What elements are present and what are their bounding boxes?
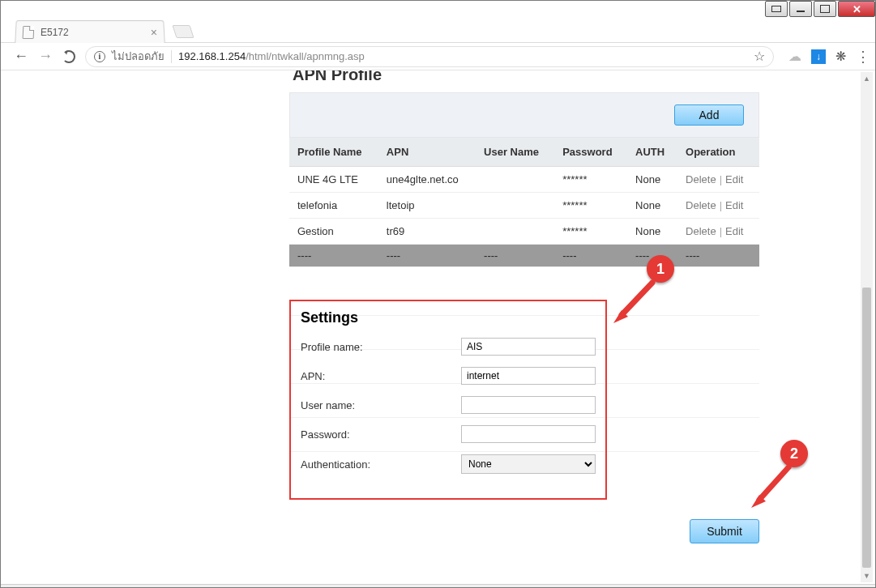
- edit-link[interactable]: Edit: [725, 173, 743, 185]
- apn-label: APN:: [301, 370, 461, 382]
- cell-apn: ltetoip: [378, 193, 476, 219]
- browser-tab-strip: E5172 ×: [1, 19, 875, 43]
- cell-pass: ******: [554, 167, 627, 193]
- cell-operation: Delete|Edit: [677, 193, 759, 219]
- cell-profile: Gestion: [289, 219, 378, 245]
- cell-auth: None: [627, 193, 677, 219]
- add-button[interactable]: Add: [674, 104, 744, 126]
- reload-button[interactable]: [62, 50, 75, 63]
- col-auth: AUTH: [627, 138, 677, 167]
- cell-user: [476, 219, 554, 245]
- callout-arrow-1: [610, 278, 659, 326]
- user-name-label: User name:: [301, 399, 461, 411]
- bookmark-star-icon[interactable]: ☆: [754, 49, 765, 64]
- apn-input[interactable]: [461, 367, 596, 385]
- col-apn: APN: [378, 138, 476, 167]
- os-restore-small-button[interactable]: [765, 1, 788, 17]
- cell-operation: Delete|Edit: [677, 219, 759, 245]
- window-bottom-edge: [1, 584, 875, 587]
- settings-title: Settings: [301, 309, 596, 326]
- cell-user: [476, 167, 554, 193]
- table-row: telefonialtetoip******NoneDelete|Edit: [289, 193, 759, 219]
- cell-profile: UNE 4G LTE: [289, 167, 378, 193]
- authentication-select[interactable]: None: [461, 454, 596, 474]
- site-info-icon[interactable]: i: [94, 51, 105, 62]
- user-name-input[interactable]: [461, 396, 596, 414]
- table-row: UNE 4G LTEune4glte.net.co******NoneDelet…: [289, 167, 759, 193]
- scroll-down-icon[interactable]: ▼: [861, 569, 873, 582]
- browser-tab[interactable]: E5172 ×: [15, 20, 165, 43]
- browser-toolbar: ← → i ไม่ปลอดภัย 192.168.1.254/html/ntwk…: [1, 43, 875, 70]
- tab-close-icon[interactable]: ×: [151, 27, 158, 38]
- not-secure-label: ไม่ปลอดภัย: [112, 48, 165, 65]
- delete-link[interactable]: Delete: [686, 173, 716, 185]
- cell-auth: None: [627, 219, 677, 245]
- cell-pass: ******: [554, 193, 627, 219]
- download-extension-icon[interactable]: ↓: [811, 49, 826, 64]
- scroll-thumb[interactable]: [862, 288, 871, 568]
- cell-user: [476, 193, 554, 219]
- os-minimize-button[interactable]: [789, 1, 812, 17]
- cloud-extension-icon[interactable]: ☁: [788, 49, 801, 64]
- os-maximize-button[interactable]: [814, 1, 836, 17]
- col-profile: Profile Name: [289, 138, 378, 167]
- extension-icon[interactable]: ❋: [835, 49, 846, 64]
- cell-auth: None: [627, 167, 677, 193]
- browser-menu-button[interactable]: ⋮: [856, 48, 869, 66]
- callout-arrow-2: [746, 462, 795, 511]
- submit-button[interactable]: Submit: [690, 519, 759, 543]
- section-title: APN Profile: [289, 70, 759, 92]
- page-favicon-icon: [23, 26, 35, 39]
- edit-link[interactable]: Edit: [725, 199, 743, 211]
- os-close-button[interactable]: ✕: [838, 1, 875, 17]
- cell-apn: une4glte.net.co: [378, 167, 476, 193]
- cell-apn: tr69: [378, 219, 476, 245]
- col-operation: Operation: [677, 138, 759, 167]
- divider: [171, 50, 172, 63]
- table-row: Gestiontr69******NoneDelete|Edit: [289, 219, 759, 245]
- forward-button: →: [38, 48, 53, 65]
- url-text: 192.168.1.254/html/ntwkall/apnmng.asp: [178, 50, 365, 62]
- delete-link[interactable]: Delete: [686, 199, 716, 211]
- page-viewport: APN Profile Add Profile Name APN User Na…: [1, 70, 875, 584]
- col-pass: Password: [554, 138, 627, 167]
- tab-title: E5172: [41, 27, 69, 38]
- scroll-up-icon[interactable]: ▲: [861, 72, 873, 85]
- add-button-row: Add: [289, 92, 759, 138]
- address-bar[interactable]: i ไม่ปลอดภัย 192.168.1.254/html/ntwkall/…: [85, 46, 774, 67]
- settings-panel: Settings Profile name: APN: User name: P…: [289, 300, 607, 500]
- profile-name-input[interactable]: [461, 338, 596, 356]
- vertical-scrollbar[interactable]: ▲ ▼: [861, 72, 873, 582]
- cell-pass: ******: [554, 219, 627, 245]
- profile-name-label: Profile name:: [301, 341, 461, 353]
- table-dash-row: ------------------------: [289, 245, 759, 267]
- new-tab-button[interactable]: [172, 25, 194, 38]
- password-input[interactable]: [461, 425, 596, 443]
- edit-link[interactable]: Edit: [725, 225, 743, 237]
- back-button[interactable]: ←: [14, 48, 28, 65]
- cell-profile: telefonia: [289, 193, 378, 219]
- cell-operation: Delete|Edit: [677, 167, 759, 193]
- apn-table: Profile Name APN User Name Password AUTH…: [289, 138, 759, 267]
- password-label: Password:: [301, 428, 461, 441]
- delete-link[interactable]: Delete: [686, 225, 716, 237]
- col-user: User Name: [476, 138, 554, 167]
- authentication-label: Authentication:: [301, 458, 461, 471]
